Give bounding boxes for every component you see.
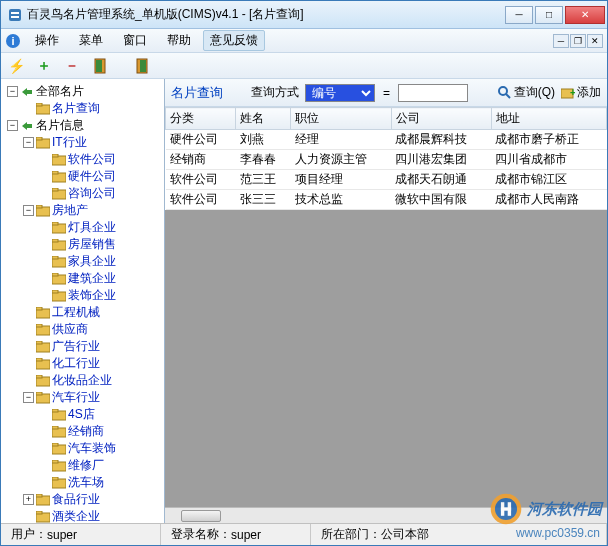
tree-root-label: 全部名片 <box>36 83 84 100</box>
table-row[interactable]: 经销商李春春人力资源主管四川港宏集团四川省成都市 <box>166 150 607 170</box>
tree-info[interactable]: − 名片信息 <box>3 117 162 134</box>
tree-category[interactable]: +食品行业 <box>3 491 162 508</box>
folder-icon <box>36 374 50 388</box>
svg-point-57 <box>499 87 507 95</box>
close-button[interactable]: ✕ <box>565 6 605 24</box>
app-icon <box>7 7 23 23</box>
tree-item[interactable]: 房屋销售 <box>3 236 162 253</box>
toggle-icon[interactable]: + <box>23 494 34 505</box>
column-header[interactable]: 公司 <box>391 108 491 130</box>
mdi-close[interactable]: ✕ <box>587 34 603 48</box>
tree-label: 4S店 <box>68 406 95 423</box>
tree-category[interactable]: 化妆品企业 <box>3 372 162 389</box>
tree-category[interactable]: 化工行业 <box>3 355 162 372</box>
tree-item[interactable]: 家具企业 <box>3 253 162 270</box>
status-login: 登录名称：super <box>161 524 311 545</box>
horizontal-scrollbar[interactable] <box>165 507 607 523</box>
tree-item[interactable]: 汽车装饰 <box>3 440 162 457</box>
tree-label: 洗车场 <box>68 474 104 491</box>
tree-query[interactable]: 名片查询 <box>3 100 162 117</box>
mdi-buttons: ─ ❐ ✕ <box>553 34 603 48</box>
table-cell: 软件公司 <box>166 190 236 210</box>
table-cell: 成都天石朗通 <box>391 170 491 190</box>
exit-icon[interactable] <box>133 57 151 75</box>
collapse-icon[interactable]: − <box>7 120 18 131</box>
tree-item[interactable]: 建筑企业 <box>3 270 162 287</box>
folder-icon <box>36 323 50 337</box>
search-button[interactable]: 查询(Q) <box>498 84 555 101</box>
minimize-button[interactable]: ─ <box>505 6 533 24</box>
lightning-icon[interactable]: ⚡ <box>7 57 25 75</box>
scrollbar-thumb[interactable] <box>181 510 221 522</box>
menu-operate[interactable]: 操作 <box>27 30 67 51</box>
toggle-icon[interactable]: − <box>23 392 34 403</box>
tree-label: 酒类企业 <box>52 508 100 523</box>
svg-rect-0 <box>9 9 21 21</box>
tree-item[interactable]: 软件公司 <box>3 151 162 168</box>
toggle-icon[interactable]: − <box>23 137 34 148</box>
tree-item[interactable]: 维修厂 <box>3 457 162 474</box>
titlebar: 百灵鸟名片管理系统_单机版(CIMS)v4.1 - [名片查询] ─ □ ✕ <box>1 1 607 29</box>
info-icon[interactable]: i <box>5 33 21 49</box>
menu-menu[interactable]: 菜单 <box>71 30 111 51</box>
remove-icon[interactable]: － <box>63 57 81 75</box>
tree-label: 灯具企业 <box>68 219 116 236</box>
add-icon[interactable]: ＋ <box>35 57 53 75</box>
table-cell: 人力资源主管 <box>291 150 391 170</box>
tree-item[interactable]: 4S店 <box>3 406 162 423</box>
tree-root[interactable]: − 全部名片 <box>3 83 162 100</box>
tree-label: 化工行业 <box>52 355 100 372</box>
table-row[interactable]: 硬件公司刘燕经理成都晨辉科技成都市磨子桥正 <box>166 130 607 150</box>
folder-icon <box>36 493 50 507</box>
maximize-button[interactable]: □ <box>535 6 563 24</box>
table-row[interactable]: 软件公司张三三技术总监微软中国有限成都市人民南路 <box>166 190 607 210</box>
tree-category[interactable]: 广告行业 <box>3 338 162 355</box>
tree-category[interactable]: −汽车行业 <box>3 389 162 406</box>
folder-icon <box>52 255 66 269</box>
table-cell: 经理 <box>291 130 391 150</box>
table-cell: 成都市锦江区 <box>491 170 606 190</box>
folder-icon <box>52 476 66 490</box>
svg-rect-24 <box>52 239 58 242</box>
tree-label: 房屋销售 <box>68 236 116 253</box>
column-header[interactable]: 姓名 <box>236 108 291 130</box>
table-cell: 刘燕 <box>236 130 291 150</box>
tree-item[interactable]: 经销商 <box>3 423 162 440</box>
tree-item[interactable]: 硬件公司 <box>3 168 162 185</box>
tree-item[interactable]: 装饰企业 <box>3 287 162 304</box>
table-cell: 成都市人民南路 <box>491 190 606 210</box>
query-bar: 名片查询 查询方式 编号 = 查询(Q) + 添加 <box>165 79 607 107</box>
folder-icon <box>52 459 66 473</box>
door-icon[interactable] <box>91 57 109 75</box>
menu-help[interactable]: 帮助 <box>159 30 199 51</box>
column-header[interactable]: 地址 <box>491 108 606 130</box>
query-input[interactable] <box>398 84 468 102</box>
tree-category[interactable]: 供应商 <box>3 321 162 338</box>
svg-rect-56 <box>36 511 42 514</box>
tree-item[interactable]: 灯具企业 <box>3 219 162 236</box>
folder-icon <box>36 340 50 354</box>
tree-item[interactable]: 咨询公司 <box>3 185 162 202</box>
svg-rect-2 <box>11 16 19 18</box>
folder-icon <box>36 102 50 116</box>
tree-label: 汽车行业 <box>52 389 100 406</box>
tree-item[interactable]: 洗车场 <box>3 474 162 491</box>
tree-category[interactable]: −房地产 <box>3 202 162 219</box>
menu-window[interactable]: 窗口 <box>115 30 155 51</box>
query-mode-select[interactable]: 编号 <box>305 84 375 102</box>
table-row[interactable]: 软件公司范三王项目经理成都天石朗通成都市锦江区 <box>166 170 607 190</box>
column-header[interactable]: 分类 <box>166 108 236 130</box>
menu-feedback[interactable]: 意见反馈 <box>203 30 265 51</box>
mdi-restore[interactable]: ❐ <box>570 34 586 48</box>
column-header[interactable]: 职位 <box>291 108 391 130</box>
tree-category[interactable]: −IT行业 <box>3 134 162 151</box>
table-cell: 项目经理 <box>291 170 391 190</box>
toggle-icon[interactable]: − <box>23 205 34 216</box>
branch-icon <box>20 85 34 99</box>
tree-category[interactable]: 工程机械 <box>3 304 162 321</box>
tree-category[interactable]: 酒类企业 <box>3 508 162 523</box>
collapse-icon[interactable]: − <box>7 86 18 97</box>
add-button-label: 添加 <box>577 84 601 101</box>
add-button[interactable]: + 添加 <box>561 84 601 101</box>
mdi-minimize[interactable]: ─ <box>553 34 569 48</box>
